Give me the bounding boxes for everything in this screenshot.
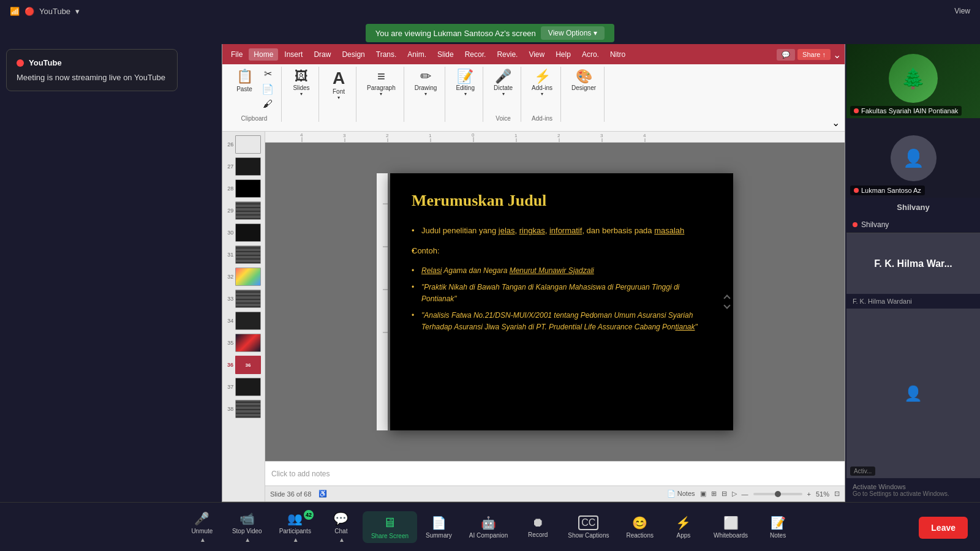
slide-item-33[interactable]: 33 xyxy=(225,288,262,309)
zoom-slider[interactable] xyxy=(753,493,802,495)
activate-windows: Activate Windows Go to Settings to activ… xyxy=(846,478,980,502)
accessibility-icon[interactable]: ♿ xyxy=(318,490,327,498)
slide-bullet-3: "Praktik Nikah di Bawah Tangan di Kalang… xyxy=(412,282,712,305)
notes-btn[interactable]: 📄 Notes xyxy=(667,490,695,498)
font-btn[interactable]: A Font ▾ xyxy=(326,67,351,102)
stop-video-btn[interactable]: 📹 Stop Video ▲ xyxy=(224,508,271,547)
format-painter-btn[interactable]: 🖌 xyxy=(259,97,276,111)
yt-header: YouTube xyxy=(17,57,167,69)
copy-btn[interactable]: 📄 xyxy=(259,82,276,96)
dictate-btn[interactable]: 🎤 Dictate ▾ xyxy=(491,67,516,99)
cut-btn[interactable]: ✂ xyxy=(259,67,276,81)
menu-design[interactable]: Design xyxy=(337,48,369,61)
paragraph-btn[interactable]: ≡ Paragraph ▾ xyxy=(364,67,399,99)
dropdown-arrow[interactable]: ▾ xyxy=(75,7,80,16)
menu-draw[interactable]: Draw xyxy=(309,48,336,61)
reactions-btn[interactable]: 😊 Reactions xyxy=(617,512,662,542)
zoom-plus[interactable]: + xyxy=(807,490,811,498)
slide-item-32[interactable]: 32 xyxy=(225,266,262,287)
slide-item-30[interactable]: 30 xyxy=(225,222,262,243)
share-btn[interactable]: Share ↑ xyxy=(797,49,831,60)
left-panel: YouTube Meeting is now streaming live on… xyxy=(0,43,227,116)
record-btn[interactable]: ⏺ Record xyxy=(516,512,559,542)
slide-item-38[interactable]: 38 xyxy=(225,399,262,419)
slide-thumb-32 xyxy=(235,268,261,286)
cut-icon: ✂ xyxy=(264,68,272,80)
view-fullscreen-btn[interactable]: ▷ xyxy=(732,490,737,498)
drawing-icon: ✏ xyxy=(420,69,431,84)
notes-bar[interactable]: Click to add notes xyxy=(265,461,845,485)
slide-item-34[interactable]: 34 xyxy=(225,310,262,331)
editing-btn[interactable]: 📝 Editing ▾ xyxy=(453,67,478,99)
participants-badge: 42 xyxy=(304,510,314,520)
drawing-btn[interactable]: ✏ Drawing ▾ xyxy=(412,67,440,99)
collapse-ribbon-btn[interactable]: ⌄ xyxy=(832,117,840,129)
menu-acrobat[interactable]: Acro. xyxy=(577,48,604,61)
addins-group: ⚡ Add-ins ▾ Add-ins xyxy=(524,67,561,122)
share-screen-btn[interactable]: 🖥 Share Screen xyxy=(363,511,417,543)
slide-item-35[interactable]: 35 xyxy=(225,332,262,353)
slide-item-26[interactable]: 26 xyxy=(225,134,262,155)
slides-btn[interactable]: 🖼 Slides ▾ xyxy=(289,67,314,99)
menu-view[interactable]: View xyxy=(524,48,549,61)
addins-btn[interactable]: ⚡ Add-ins ▾ xyxy=(529,67,556,99)
whiteboards-btn[interactable]: ⬜ Whiteboards xyxy=(705,512,756,542)
svg-text:3: 3 xyxy=(343,133,346,138)
notes-btn[interactable]: 📝 Notes xyxy=(756,512,799,542)
horizontal-ruler: 4 3 2 1 0 1 2 xyxy=(265,132,845,143)
summary-btn[interactable]: 📄 Summary xyxy=(417,512,461,542)
menu-review[interactable]: Revie. xyxy=(492,48,522,61)
ai-companion-btn[interactable]: 🤖 AI Companion xyxy=(461,512,516,542)
slide-item-31[interactable]: 31 xyxy=(225,244,262,265)
ribbon-collapse-btn[interactable]: ⌄ xyxy=(833,49,841,61)
menu-transitions[interactable]: Trans. xyxy=(371,48,402,61)
view-grid-btn[interactable]: ⊞ xyxy=(711,490,717,498)
participants-btn[interactable]: 42 👥 Participants ▲ xyxy=(271,508,320,547)
slide-item-29[interactable]: 29 xyxy=(225,200,262,221)
view-reading-btn[interactable]: ⊟ xyxy=(722,490,727,498)
captions-btn[interactable]: CC Show Captions xyxy=(559,512,617,542)
slide-item-27[interactable]: 27 xyxy=(225,156,262,177)
chat-label: Chat xyxy=(334,528,347,534)
slide-panel: 26 27 28 29 xyxy=(222,132,265,501)
slide-canvas[interactable]: Merumuskan Judul Judul penelitian yang j… xyxy=(390,173,733,430)
menu-help[interactable]: Help xyxy=(551,48,576,61)
chat-arrow: ▲ xyxy=(339,536,345,543)
designer-group: 🎨 Designer xyxy=(564,67,605,122)
unmute-label: Unmute xyxy=(191,528,213,534)
shilvany-mic xyxy=(853,222,858,227)
menu-record[interactable]: Recor. xyxy=(460,48,491,61)
clipboard-buttons: 📋 Paste ✂ 📄 🖌 xyxy=(232,67,276,111)
slide-item-36[interactable]: 36 36 xyxy=(225,354,262,375)
designer-btn[interactable]: 🎨 Designer xyxy=(568,67,599,93)
menu-nitro[interactable]: Nitro xyxy=(605,48,630,61)
slide-item-28[interactable]: 28 xyxy=(225,178,262,199)
menu-animations[interactable]: Anim. xyxy=(402,48,431,61)
slide-bullet-1: Judul penelitian yang jelas, ringkas, in… xyxy=(412,225,712,238)
view-options-button[interactable]: View Options ▾ xyxy=(541,26,605,40)
reactions-label: Reactions xyxy=(626,532,653,539)
chat-btn[interactable]: 💬 Chat ▲ xyxy=(320,508,363,547)
apps-btn[interactable]: ⚡ Apps xyxy=(662,512,705,542)
zoom-handle[interactable] xyxy=(775,491,781,497)
menu-file[interactable]: File xyxy=(226,48,247,61)
view-normal-btn[interactable]: ▣ xyxy=(700,490,706,498)
comment-btn[interactable]: 💬 xyxy=(777,49,795,61)
slide-item-37[interactable]: 37 xyxy=(225,377,262,397)
svg-text:4: 4 xyxy=(300,132,303,138)
format-painter-icon: 🖌 xyxy=(263,99,273,110)
zoom-minus[interactable]: — xyxy=(742,490,748,498)
fit-slide-btn[interactable]: ⊡ xyxy=(834,490,840,498)
svg-text:2: 2 xyxy=(386,133,389,138)
editing-icon: 📝 xyxy=(457,69,473,84)
voice-label: Voice xyxy=(496,115,510,122)
unmute-btn[interactable]: 🎤 Unmute ▲ xyxy=(181,508,224,547)
menu-insert[interactable]: Insert xyxy=(279,48,307,61)
menu-slideshow[interactable]: Slide xyxy=(432,48,459,61)
leave-btn[interactable]: Leave xyxy=(919,517,968,539)
paste-btn[interactable]: 📋 Paste xyxy=(232,67,257,94)
video-label: Stop Video xyxy=(232,528,262,534)
shilvany-section: Shilvany xyxy=(846,198,980,217)
copy-icon: 📄 xyxy=(262,83,274,95)
menu-home[interactable]: Home xyxy=(249,48,278,61)
